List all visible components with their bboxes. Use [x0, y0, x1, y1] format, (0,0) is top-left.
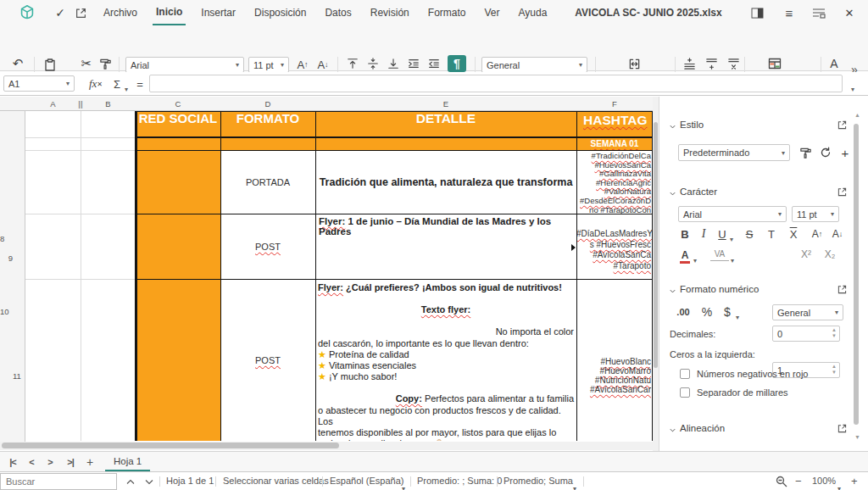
cell-e10-detalle[interactable]: Tradición que alimenta, naturaleza que t…	[315, 150, 576, 214]
menu-archivo[interactable]: Archivo	[100, 0, 141, 25]
language-caret[interactable]	[402, 479, 405, 490]
expand-formula-bar-caret[interactable]	[851, 80, 854, 95]
insert-row-below-icon[interactable]	[702, 56, 721, 71]
align-bottom-icon[interactable]	[385, 56, 402, 71]
decimals-down-icon[interactable]: ▼	[832, 333, 837, 339]
column-header-f[interactable]: F	[576, 97, 653, 111]
autosum-icon[interactable]: Σ	[110, 76, 124, 92]
vertical-scrollbar[interactable]	[653, 97, 659, 451]
zoom-out-button[interactable]: −	[795, 475, 802, 487]
style-add-icon[interactable]: +	[837, 145, 853, 160]
zoom-level-value[interactable]: 100%	[812, 476, 836, 486]
row-header-8[interactable]: 8	[0, 234, 4, 243]
negative-red-checkbox[interactable]	[680, 369, 690, 379]
add-sheet-icon[interactable]: +	[83, 454, 97, 470]
previous-sheet-icon[interactable]: <	[25, 455, 37, 469]
row-header-10[interactable]: 10	[0, 307, 9, 316]
collapse-number-format-icon[interactable]	[668, 287, 676, 295]
vertical-scrollbar-thumb[interactable]	[654, 122, 658, 368]
cell-f9-semana[interactable]: SEMANA 01	[576, 137, 653, 150]
list-icon[interactable]: ≡	[782, 5, 797, 20]
stats-selector-caret[interactable]	[573, 479, 576, 490]
column-header-d[interactable]: D	[220, 97, 315, 111]
cell-f8-hashtag[interactable]: HASHTAG	[576, 111, 653, 137]
align-middle-icon[interactable]	[364, 56, 381, 71]
cell-e11-detalle[interactable]: Flyer: 1 de junio – Día Mundial de las M…	[315, 214, 576, 279]
panel-font-size-select[interactable]: 11 pt	[792, 206, 839, 222]
panel-italic-button[interactable]: I	[697, 226, 710, 242]
panel-scroll-down-icon[interactable]: ▼	[854, 434, 860, 440]
alignment-section-title[interactable]: Alineación	[680, 423, 725, 433]
decrease-indent-icon[interactable]	[426, 56, 442, 71]
sheet-tab-hoja1[interactable]: Hoja 1	[105, 452, 150, 471]
horizontal-scrollbar[interactable]	[0, 442, 653, 450]
menu-inicio[interactable]: Inicio	[153, 0, 186, 25]
search-previous-icon[interactable]	[124, 476, 137, 487]
panel-increase-font-icon[interactable]: A↑	[809, 226, 826, 242]
style-dialog-icon[interactable]	[836, 119, 848, 131]
cell-d8-formato[interactable]: FORMATO	[220, 111, 315, 137]
select-all-corner[interactable]	[0, 97, 25, 111]
format-painter-icon[interactable]	[97, 56, 114, 71]
menu-revision[interactable]: Revisión	[367, 0, 413, 25]
cell-e12-detalle[interactable]: Flyer: ¿Cuál prefieres? ¡Ambos son igual…	[315, 279, 576, 441]
zoom-in-button[interactable]: +	[851, 475, 858, 487]
panel-percent-button[interactable]: %	[698, 304, 715, 320]
cell-e8-detalle[interactable]: DETALLE	[315, 111, 576, 137]
panel-underline-button[interactable]: U	[715, 226, 729, 242]
zoom-to-selection-icon[interactable]	[774, 475, 789, 488]
insert-function-icon[interactable]: fx✕	[86, 76, 105, 92]
increase-font-icon[interactable]: A↑	[293, 57, 312, 72]
decimals-stepper[interactable]: 0 ▲▼	[772, 326, 840, 342]
panel-bold-button[interactable]: B	[678, 226, 692, 242]
menu-formato[interactable]: Formato	[425, 0, 470, 25]
align-top-icon[interactable]	[344, 56, 361, 71]
number-format-select[interactable]: General	[481, 57, 587, 73]
search-input[interactable]	[0, 473, 117, 490]
panel-strikethrough-button[interactable]: S	[743, 226, 756, 242]
row-header-11[interactable]: 11	[13, 371, 21, 381]
panel-char-spacing-caret[interactable]	[731, 251, 734, 266]
panel-font-name-select[interactable]: Arial	[678, 206, 787, 222]
close-icon[interactable]: ✕	[842, 5, 857, 20]
menu-datos[interactable]: Datos	[321, 0, 354, 25]
cell-d10-formato[interactable]: PORTADA	[220, 150, 315, 214]
panel-comma-style-button[interactable]: .00	[673, 304, 693, 320]
paste-icon[interactable]	[39, 56, 61, 73]
panel-text-style-icon[interactable]: T	[765, 226, 778, 242]
font-size-select[interactable]: 11 pt	[248, 57, 289, 73]
insert-row-above-icon[interactable]	[680, 56, 698, 71]
last-sheet-icon[interactable]: >|	[63, 455, 78, 469]
column-header-b[interactable]: B	[81, 97, 136, 111]
delete-row-icon[interactable]	[724, 56, 743, 71]
style-refresh-icon[interactable]	[817, 145, 834, 160]
style-section-title[interactable]: Estilo	[680, 120, 704, 130]
toggle-sidebar-icon[interactable]	[750, 7, 765, 19]
cell-d11-formato[interactable]: POST	[220, 214, 315, 279]
view-options-icon[interactable]	[811, 6, 826, 19]
next-sheet-icon[interactable]: >	[44, 455, 56, 469]
panel-scroll-up-icon[interactable]: ▲	[854, 112, 860, 118]
first-sheet-icon[interactable]: |<	[5, 455, 20, 469]
character-section-title[interactable]: Carácter	[680, 187, 717, 197]
cell-f11-hashtags[interactable]: #DíaDeLasMadresYs #HuevosFresc#AvícolaSa…	[576, 214, 653, 279]
font-name-select[interactable]: Arial	[125, 57, 244, 73]
horizontal-scrollbar-thumb[interactable]	[2, 443, 339, 448]
collapse-character-icon[interactable]	[668, 189, 676, 198]
panel-decrease-font-icon[interactable]: A↓	[829, 226, 846, 242]
cell-d12-formato[interactable]: POST	[220, 279, 315, 441]
number-format-dialog-icon[interactable]	[836, 283, 848, 295]
increase-indent-icon[interactable]	[405, 56, 422, 71]
cell-row9-band[interactable]	[136, 137, 576, 150]
equals-icon[interactable]: =	[134, 76, 146, 92]
cut-icon[interactable]: ✂	[78, 56, 95, 71]
thousands-separator-checkbox[interactable]	[680, 387, 690, 398]
character-dialog-icon[interactable]	[836, 186, 848, 198]
conditional-formatting-icon[interactable]	[765, 55, 785, 72]
menu-ver[interactable]: Ver	[481, 0, 503, 25]
menu-disposicion[interactable]: Disposición	[251, 0, 309, 25]
named-ranges-icon[interactable]: A	[826, 56, 843, 71]
panel-currency-caret[interactable]	[736, 308, 739, 323]
panel-underline-caret[interactable]	[730, 230, 733, 245]
undo-button[interactable]: ↶	[8, 56, 27, 71]
